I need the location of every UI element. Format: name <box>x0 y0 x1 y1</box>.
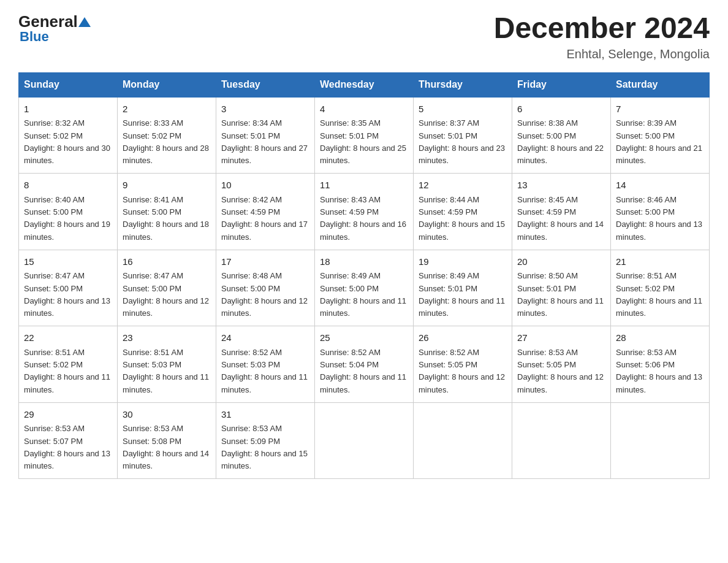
weekday-header-wednesday: Wednesday <box>315 72 414 97</box>
day-info: Sunrise: 8:42 AMSunset: 4:59 PMDaylight:… <box>221 195 308 242</box>
calendar-cell: 11Sunrise: 8:43 AMSunset: 4:59 PMDayligh… <box>315 174 414 250</box>
day-info: Sunrise: 8:51 AMSunset: 5:02 PMDaylight:… <box>616 271 702 318</box>
day-number: 8 <box>24 178 112 193</box>
day-info: Sunrise: 8:48 AMSunset: 5:00 PMDaylight:… <box>221 271 308 318</box>
day-number: 14 <box>616 178 704 193</box>
calendar-cell: 7Sunrise: 8:39 AMSunset: 5:00 PMDaylight… <box>611 97 710 174</box>
day-info: Sunrise: 8:40 AMSunset: 5:00 PMDaylight:… <box>24 195 110 242</box>
day-number: 22 <box>24 331 112 345</box>
calendar-cell <box>611 402 710 479</box>
day-info: Sunrise: 8:53 AMSunset: 5:09 PMDaylight:… <box>221 424 308 470</box>
day-info: Sunrise: 8:52 AMSunset: 5:05 PMDaylight:… <box>419 348 505 394</box>
calendar-cell: 15Sunrise: 8:47 AMSunset: 5:00 PMDayligh… <box>19 250 118 326</box>
day-info: Sunrise: 8:50 AMSunset: 5:01 PMDaylight:… <box>517 271 604 318</box>
calendar-cell <box>315 402 414 479</box>
day-number: 26 <box>419 331 507 345</box>
calendar-week-2: 8Sunrise: 8:40 AMSunset: 5:00 PMDaylight… <box>19 174 710 250</box>
calendar-cell: 2Sunrise: 8:33 AMSunset: 5:02 PMDaylight… <box>118 97 216 174</box>
calendar-cell: 24Sunrise: 8:52 AMSunset: 5:03 PMDayligh… <box>216 326 315 403</box>
calendar-cell: 14Sunrise: 8:46 AMSunset: 5:00 PMDayligh… <box>611 174 710 250</box>
calendar-cell: 6Sunrise: 8:38 AMSunset: 5:00 PMDaylight… <box>512 97 611 174</box>
calendar-cell: 22Sunrise: 8:51 AMSunset: 5:02 PMDayligh… <box>19 326 118 403</box>
calendar-week-1: 1Sunrise: 8:32 AMSunset: 5:02 PMDaylight… <box>19 97 710 174</box>
day-number: 1 <box>24 102 112 117</box>
day-number: 11 <box>320 178 408 193</box>
day-info: Sunrise: 8:51 AMSunset: 5:02 PMDaylight:… <box>24 348 110 394</box>
calendar-cell: 19Sunrise: 8:49 AMSunset: 5:01 PMDayligh… <box>414 250 512 326</box>
calendar-week-5: 29Sunrise: 8:53 AMSunset: 5:07 PMDayligh… <box>19 402 710 479</box>
day-info: Sunrise: 8:37 AMSunset: 5:01 PMDaylight:… <box>419 118 505 165</box>
weekday-header-sunday: Sunday <box>19 72 118 97</box>
calendar-cell: 18Sunrise: 8:49 AMSunset: 5:00 PMDayligh… <box>315 250 414 326</box>
calendar-cell: 20Sunrise: 8:50 AMSunset: 5:01 PMDayligh… <box>512 250 611 326</box>
day-number: 20 <box>517 255 605 269</box>
logo: General Blue <box>18 12 91 45</box>
day-number: 23 <box>123 331 211 345</box>
calendar-cell: 9Sunrise: 8:41 AMSunset: 5:00 PMDaylight… <box>118 174 216 250</box>
calendar-cell: 10Sunrise: 8:42 AMSunset: 4:59 PMDayligh… <box>216 174 315 250</box>
day-number: 7 <box>616 102 704 117</box>
calendar-cell <box>414 402 512 479</box>
day-number: 3 <box>221 102 309 117</box>
calendar-cell: 31Sunrise: 8:53 AMSunset: 5:09 PMDayligh… <box>216 402 315 479</box>
day-number: 29 <box>24 408 112 422</box>
day-info: Sunrise: 8:52 AMSunset: 5:03 PMDaylight:… <box>221 348 308 394</box>
weekday-header-saturday: Saturday <box>611 72 710 97</box>
calendar-cell: 1Sunrise: 8:32 AMSunset: 5:02 PMDaylight… <box>19 97 118 174</box>
day-info: Sunrise: 8:49 AMSunset: 5:01 PMDaylight:… <box>419 271 505 318</box>
day-info: Sunrise: 8:35 AMSunset: 5:01 PMDaylight:… <box>320 118 406 165</box>
day-number: 18 <box>320 255 408 269</box>
day-number: 28 <box>616 331 704 345</box>
calendar-cell: 30Sunrise: 8:53 AMSunset: 5:08 PMDayligh… <box>118 402 216 479</box>
day-info: Sunrise: 8:53 AMSunset: 5:06 PMDaylight:… <box>616 348 702 394</box>
day-number: 24 <box>221 331 309 345</box>
calendar-cell: 13Sunrise: 8:45 AMSunset: 4:59 PMDayligh… <box>512 174 611 250</box>
calendar-cell: 26Sunrise: 8:52 AMSunset: 5:05 PMDayligh… <box>414 326 512 403</box>
day-info: Sunrise: 8:43 AMSunset: 4:59 PMDaylight:… <box>320 195 406 242</box>
day-info: Sunrise: 8:47 AMSunset: 5:00 PMDaylight:… <box>24 271 110 318</box>
day-info: Sunrise: 8:32 AMSunset: 5:02 PMDaylight:… <box>24 118 110 165</box>
calendar-cell: 3Sunrise: 8:34 AMSunset: 5:01 PMDaylight… <box>216 97 315 174</box>
day-number: 30 <box>123 408 211 422</box>
day-info: Sunrise: 8:53 AMSunset: 5:08 PMDaylight:… <box>123 424 209 470</box>
month-title: December 2024 <box>494 12 710 45</box>
day-number: 13 <box>517 178 605 193</box>
day-info: Sunrise: 8:49 AMSunset: 5:00 PMDaylight:… <box>320 271 406 318</box>
day-info: Sunrise: 8:47 AMSunset: 5:00 PMDaylight:… <box>123 271 209 318</box>
calendar-cell: 21Sunrise: 8:51 AMSunset: 5:02 PMDayligh… <box>611 250 710 326</box>
day-info: Sunrise: 8:52 AMSunset: 5:04 PMDaylight:… <box>320 348 406 394</box>
page-header: General Blue December 2024 Enhtal, Selen… <box>18 12 710 61</box>
weekday-header-thursday: Thursday <box>414 72 512 97</box>
logo-blue-text: Blue <box>18 29 49 45</box>
calendar-table: SundayMondayTuesdayWednesdayThursdayFrid… <box>18 72 710 480</box>
day-number: 17 <box>221 255 309 269</box>
day-number: 9 <box>123 178 211 193</box>
calendar-cell: 17Sunrise: 8:48 AMSunset: 5:00 PMDayligh… <box>216 250 315 326</box>
day-number: 21 <box>616 255 704 269</box>
calendar-week-3: 15Sunrise: 8:47 AMSunset: 5:00 PMDayligh… <box>19 250 710 326</box>
calendar-cell: 27Sunrise: 8:53 AMSunset: 5:05 PMDayligh… <box>512 326 611 403</box>
day-info: Sunrise: 8:34 AMSunset: 5:01 PMDaylight:… <box>221 118 308 165</box>
day-info: Sunrise: 8:51 AMSunset: 5:03 PMDaylight:… <box>123 348 209 394</box>
day-info: Sunrise: 8:41 AMSunset: 5:00 PMDaylight:… <box>123 195 209 242</box>
day-number: 5 <box>419 102 507 117</box>
calendar-cell <box>512 402 611 479</box>
calendar-cell: 28Sunrise: 8:53 AMSunset: 5:06 PMDayligh… <box>611 326 710 403</box>
day-info: Sunrise: 8:46 AMSunset: 5:00 PMDaylight:… <box>616 195 702 242</box>
day-number: 19 <box>419 255 507 269</box>
day-number: 6 <box>517 102 605 117</box>
weekday-header-tuesday: Tuesday <box>216 72 315 97</box>
day-number: 12 <box>419 178 507 193</box>
calendar-cell: 29Sunrise: 8:53 AMSunset: 5:07 PMDayligh… <box>19 402 118 479</box>
svg-marker-0 <box>78 17 91 27</box>
day-info: Sunrise: 8:33 AMSunset: 5:02 PMDaylight:… <box>123 118 209 165</box>
day-info: Sunrise: 8:45 AMSunset: 4:59 PMDaylight:… <box>517 195 604 242</box>
calendar-cell: 8Sunrise: 8:40 AMSunset: 5:00 PMDaylight… <box>19 174 118 250</box>
location-subtitle: Enhtal, Selenge, Mongolia <box>494 47 710 61</box>
day-number: 25 <box>320 331 408 345</box>
calendar-cell: 12Sunrise: 8:44 AMSunset: 4:59 PMDayligh… <box>414 174 512 250</box>
day-number: 10 <box>221 178 309 193</box>
day-number: 27 <box>517 331 605 345</box>
calendar-cell: 23Sunrise: 8:51 AMSunset: 5:03 PMDayligh… <box>118 326 216 403</box>
day-info: Sunrise: 8:39 AMSunset: 5:00 PMDaylight:… <box>616 118 702 165</box>
